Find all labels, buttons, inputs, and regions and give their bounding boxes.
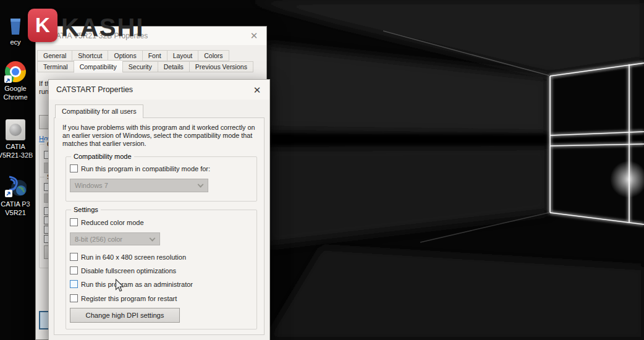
catstart-properties-dialog: CATSTART Properties ✕ Compatibility for … — [48, 79, 270, 340]
compat-mode-checkbox[interactable]: Run this program in compatibility mode f… — [70, 164, 210, 172]
catia-32b-icon — [6, 119, 25, 140]
chrome-icon — [5, 61, 26, 82]
change-dpi-settings-button[interactable]: Change high DPI settings — [70, 308, 180, 323]
reduced-color-checkbox[interactable]: Reduced color mode — [70, 218, 144, 226]
catia-p3-label: CATIA P3 V5R21 — [0, 200, 35, 217]
tab-compatibility-for-all-users[interactable]: Compatibility for all users — [55, 104, 143, 118]
compatibility-description-text: If you have problems with this program a… — [62, 124, 258, 148]
chrome-label: Google Chrome — [0, 84, 35, 101]
settings-group: Settings Reduced color mode 8-bit (256) … — [66, 210, 257, 329]
run-640x480-checkbox[interactable]: Run in 640 x 480 screen resolution — [70, 253, 186, 261]
tab-previous-versions[interactable]: Previous Versions — [189, 61, 253, 72]
catia-p3-icon — [4, 174, 27, 198]
checkbox-box — [70, 294, 78, 302]
settings-group-label: Settings — [71, 206, 101, 213]
mouse-cursor-icon — [115, 279, 125, 292]
kashi-brand-text: KASHI — [61, 14, 144, 41]
checkbox-box — [70, 218, 78, 226]
compat-mode-dropdown: Windows 7 — [70, 179, 208, 192]
compat-mode-dropdown-value: Windows 7 — [75, 182, 108, 189]
color-mode-dropdown-value: 8-bit (256) color — [75, 236, 122, 243]
tab-compatibility[interactable]: Compatibility — [74, 60, 122, 73]
disable-fullscreen-checkbox[interactable]: Disable fullscreen optimizations — [70, 266, 176, 274]
desktop-icon-catia-32b[interactable]: CATIA V5R21-32B — [0, 119, 35, 159]
back-dialog-close-icon[interactable]: ✕ — [245, 28, 263, 43]
tab-terminal[interactable]: Terminal — [37, 61, 74, 72]
chevron-down-icon — [150, 235, 156, 241]
compatibility-mode-group: Compatibility mode Run this program in c… — [66, 156, 257, 202]
desktop-icon-google-chrome[interactable]: Google Chrome — [0, 61, 35, 101]
tab-layout[interactable]: Layout — [167, 50, 198, 61]
kashi-watermark: K KASHI — [28, 9, 144, 42]
catia-32b-label: CATIA V5R21-32B — [0, 142, 35, 159]
desktop-icon-catia-p3[interactable]: CATIA P3 V5R21 — [0, 174, 35, 217]
back-dialog-tab-row-2: Terminal Compatibility Security Details … — [37, 61, 253, 73]
back-dialog-tab-row-1: General Shortcut Options Font Layout Col… — [37, 50, 229, 61]
shortcut-arrow-icon — [4, 75, 12, 83]
compatibility-mode-group-label: Compatibility mode — [71, 153, 134, 160]
chevron-down-icon — [198, 182, 204, 188]
checkbox-box — [70, 266, 78, 274]
front-dialog-titlebar: CATSTART Properties ✕ — [49, 80, 269, 100]
front-dialog-close-icon[interactable]: ✕ — [248, 83, 266, 98]
color-mode-dropdown: 8-bit (256) color — [70, 232, 160, 245]
tab-general[interactable]: General — [37, 50, 72, 61]
tab-details[interactable]: Details — [158, 61, 189, 72]
tab-colors[interactable]: Colors — [198, 50, 229, 61]
checkbox-box — [70, 164, 78, 172]
compatibility-all-users-tab-page: If you have problems with this program a… — [54, 117, 265, 335]
kashi-logo-icon: K — [28, 9, 57, 42]
checkbox-box — [70, 253, 78, 261]
checkbox-box — [70, 280, 78, 288]
tab-security[interactable]: Security — [122, 61, 158, 72]
tab-font[interactable]: Font — [142, 50, 167, 61]
recycle-bin-icon — [9, 16, 22, 36]
run-as-administrator-checkbox[interactable]: Run this program as an administrator — [70, 280, 193, 288]
register-restart-checkbox[interactable]: Register this program for restart — [70, 294, 177, 302]
front-dialog-title: CATSTART Properties — [56, 85, 133, 94]
